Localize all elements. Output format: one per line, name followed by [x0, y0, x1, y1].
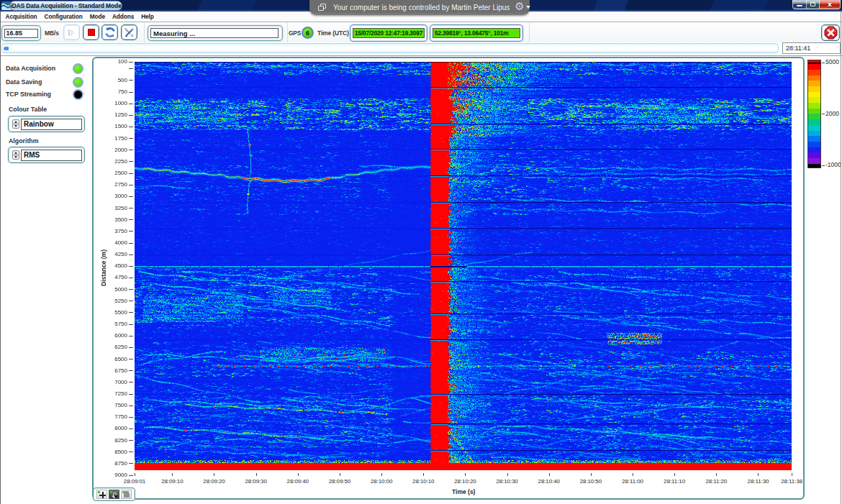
algorithm-combo[interactable]: RMS — [8, 147, 85, 163]
y-tick-label: 5000 — [99, 286, 127, 293]
color-scale-segment — [808, 114, 820, 119]
x-tick — [214, 473, 214, 476]
color-scale-segment — [808, 64, 820, 70]
window-right-edge — [841, 12, 841, 504]
x-tick — [758, 473, 759, 476]
utc-time-field: 15/07/2020 12:47:19.3097 — [353, 28, 425, 38]
algorithm-spinner[interactable] — [12, 150, 19, 160]
status-field-frame: Measuring ... — [148, 25, 283, 41]
y-tick-label: 750 — [99, 88, 127, 95]
y-tick — [129, 429, 133, 429]
settings-button[interactable] — [121, 24, 137, 40]
x-tick-label: 28:10:00 — [363, 478, 400, 485]
spin-down-icon[interactable] — [12, 155, 19, 160]
color-scale-segment — [808, 86, 820, 92]
x-tick — [716, 473, 717, 476]
x-tick — [340, 473, 340, 476]
close-button[interactable]: x — [819, 0, 841, 9]
color-scale — [807, 60, 821, 168]
color-scale-segment — [808, 125, 820, 131]
x-tick — [792, 473, 792, 476]
time-scrollbar-thumb[interactable] — [4, 47, 9, 50]
minimize-button[interactable] — [792, 0, 807, 9]
maximize-button[interactable] — [806, 0, 820, 9]
color-scale-segment — [808, 75, 820, 81]
abort-button[interactable] — [821, 24, 840, 41]
y-tick — [129, 231, 133, 232]
menu-item-mode[interactable]: Mode — [86, 13, 109, 20]
application-window: iDAS Data Acquisition - Standard Mode x … — [0, 0, 842, 504]
x-tick-label: 28:10:40 — [530, 478, 568, 485]
remote-banner-text: Your computer is being controlled by Mar… — [333, 4, 510, 12]
y-tick — [129, 68, 133, 69]
y-tick-label: 100 — [99, 58, 127, 65]
time-utc-label: Time (UTC) — [317, 29, 349, 37]
y-tick-label: 7000 — [99, 379, 127, 385]
colour-table-spinner[interactable] — [12, 119, 19, 129]
y-tick — [129, 219, 133, 220]
y-tick-label: 8000 — [99, 425, 127, 431]
y-tick — [129, 417, 133, 418]
y-tick-label: 2750 — [99, 181, 127, 188]
refresh-icon — [104, 27, 116, 38]
spin-down-icon[interactable] — [12, 124, 19, 129]
y-tick-label: 4000 — [99, 239, 127, 246]
time-scrollbar[interactable] — [1, 43, 779, 53]
waterfall-plot[interactable] — [135, 62, 792, 470]
indicator-label: Data Acquisition — [6, 65, 55, 72]
menu-item-configuration[interactable]: Configuration — [41, 13, 86, 20]
colour-table-combo[interactable]: Rainbow — [8, 116, 85, 132]
menu-item-addons[interactable]: Addons — [109, 13, 137, 20]
y-tick-label: 2500 — [99, 170, 127, 176]
y-tick — [129, 347, 133, 348]
x-tick-label: 28:11:10 — [656, 478, 693, 485]
x-tick-label: 28:10:20 — [446, 478, 484, 485]
rate-input[interactable]: 16.85 — [4, 29, 38, 38]
color-scale-segment — [808, 81, 820, 86]
refresh-button[interactable] — [101, 24, 118, 40]
colour-table-value[interactable]: Rainbow — [21, 119, 82, 130]
color-scale-segment — [808, 152, 820, 158]
color-scale-segment — [808, 147, 820, 153]
menu-item-acquisition[interactable]: Acquisition — [2, 13, 41, 20]
y-tick — [129, 452, 133, 452]
y-tick — [129, 255, 133, 255]
y-tick — [129, 150, 133, 150]
y-axis-title: Distance (m) — [100, 249, 107, 286]
x-tick — [298, 473, 299, 476]
y-tick — [129, 278, 133, 278]
y-tick-label: 8250 — [99, 437, 127, 444]
y-tick-label: 1000 — [99, 100, 127, 106]
algorithm-label: Algorithm — [9, 137, 39, 145]
color-scale-segment — [808, 92, 820, 98]
x-tick — [465, 473, 466, 476]
gear-icon[interactable]: ⚙ — [515, 1, 524, 12]
gps-position-field: 52.39819°, 13.06475°, 101m — [433, 28, 520, 38]
cursor-tool-button[interactable] — [96, 490, 107, 499]
y-tick — [129, 359, 133, 359]
y-tick-label: 2250 — [99, 158, 127, 165]
y-tick — [129, 185, 133, 185]
algorithm-value[interactable]: RMS — [21, 150, 82, 161]
y-tick-label: 3250 — [99, 205, 127, 211]
color-scale-tick-label: 2000 — [825, 110, 839, 117]
stop-button[interactable] — [83, 24, 99, 40]
y-tick — [129, 173, 133, 174]
rate-field-frame: 16.85 — [1, 25, 41, 41]
color-scale-segment — [808, 97, 820, 103]
caret-down-icon[interactable] — [526, 6, 530, 9]
x-tick-label: 28:11:30 — [739, 478, 777, 485]
record-button[interactable] — [63, 24, 80, 40]
indicator-led-off — [73, 89, 83, 100]
x-tick-label: 28:10:30 — [489, 478, 526, 485]
x-tick-label: 28:09:40 — [279, 478, 317, 485]
y-tick-label: 1500 — [99, 123, 127, 129]
y-tick-label: 2000 — [99, 147, 127, 153]
maximize-icon — [810, 2, 815, 6]
zoom-tool-button[interactable] — [109, 490, 119, 499]
color-scale-tick-label: 5000 — [825, 58, 839, 65]
y-tick-label: 5250 — [99, 298, 127, 304]
y-tick — [129, 324, 133, 325]
pan-tool-button[interactable] — [121, 490, 132, 499]
menu-item-help[interactable]: Help — [137, 13, 158, 20]
